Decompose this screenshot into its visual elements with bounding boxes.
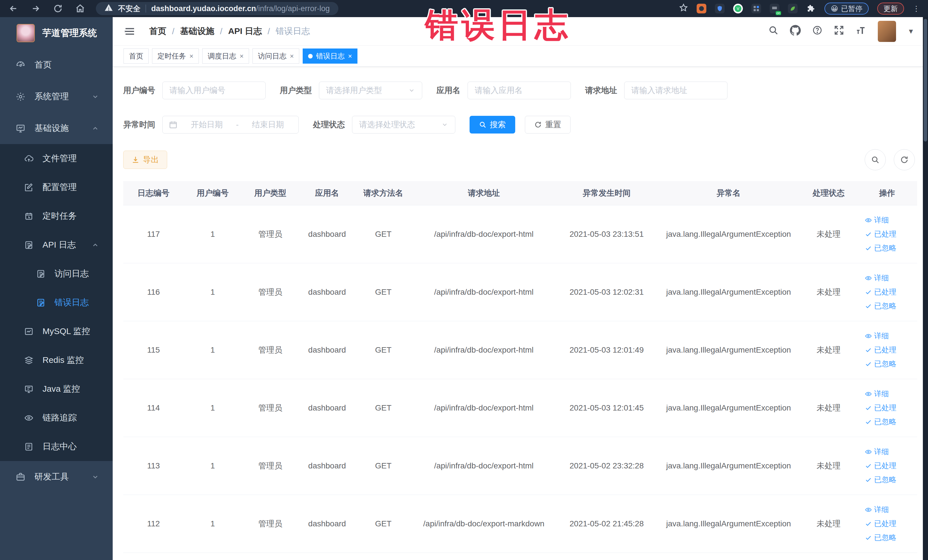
sidebar-item-home[interactable]: 首页 [0, 49, 113, 81]
profile-paused-pill[interactable]: 😀已暂停 [824, 3, 868, 15]
sidebar-item-access-log[interactable]: 访问日志 [0, 259, 113, 288]
update-button[interactable]: 更新 [877, 3, 904, 15]
sidebar-item-mysql-monitor[interactable]: MySQL 监控 [0, 317, 113, 346]
close-icon[interactable]: × [240, 52, 244, 60]
detail-link-label: 详细 [874, 331, 889, 341]
cell-user-id: 1 [184, 263, 242, 321]
sidebar-item-file-mgmt[interactable]: 文件管理 [0, 144, 113, 173]
github-icon[interactable] [790, 25, 801, 38]
back-icon[interactable] [9, 4, 18, 14]
mark-ignored-link[interactable]: 已忽略 [865, 533, 896, 543]
url-path[interactable]: /infra/log/api-error-log [256, 4, 330, 13]
breadcrumb-infra[interactable]: 基础设施 [180, 25, 214, 37]
breadcrumb-home[interactable]: 首页 [149, 25, 166, 37]
sidebar-item-tracing[interactable]: 链路追踪 [0, 403, 113, 432]
cell-exception-name: java.lang.IllegalArgumentException [657, 263, 800, 321]
sidebar-item-infra[interactable]: 基础设施 [0, 112, 113, 144]
app-logo-row[interactable]: 芋道管理系统 [0, 17, 113, 49]
mark-processed-link[interactable]: 已处理 [865, 461, 896, 471]
sidebar-item-error-log[interactable]: 错误日志 [0, 288, 113, 317]
cell-method: GET [355, 321, 411, 379]
forward-icon[interactable] [31, 4, 41, 14]
mark-ignored-link[interactable]: 已忽略 [865, 475, 896, 485]
date-range-picker[interactable]: 开始日期 - 结束日期 [162, 116, 299, 134]
home-icon[interactable] [75, 4, 85, 14]
browser-toolbar: 不安全 dashboard.yudao.iocoder.cn/infra/log… [0, 0, 928, 17]
close-icon[interactable]: × [290, 52, 294, 60]
search-icon [479, 121, 486, 128]
user-id-input[interactable] [162, 82, 266, 99]
scrollbar-thumb[interactable] [924, 19, 927, 142]
browser-menu-icon[interactable]: ⋮ [913, 4, 920, 13]
refresh-table-button[interactable] [894, 149, 915, 170]
extension-icon-on-badge[interactable]: on [770, 4, 779, 14]
mark-processed-link[interactable]: 已处理 [865, 229, 896, 239]
mark-ignored-link[interactable]: 已忽略 [865, 417, 896, 427]
sidebar-item-log-center[interactable]: 日志中心 [0, 432, 113, 461]
download-icon [131, 156, 139, 164]
detail-link[interactable]: 详细 [865, 215, 889, 225]
chevron-up-icon [92, 125, 99, 132]
user-type-select[interactable]: 请选择用户类型 [319, 82, 422, 99]
mark-ignored-link[interactable]: 已忽略 [865, 359, 896, 369]
not-secure-warning-icon[interactable] [104, 3, 113, 14]
detail-link[interactable]: 详细 [865, 331, 889, 341]
sidebar-item-system[interactable]: 系统管理 [0, 81, 113, 112]
tag-access-log[interactable]: 访问日志× [252, 49, 299, 64]
close-icon[interactable]: × [348, 52, 352, 60]
reset-button[interactable]: 重置 [525, 116, 571, 134]
detail-link[interactable]: 详细 [865, 273, 889, 283]
sidebar-item-api-log[interactable]: API 日志 [0, 230, 113, 259]
sidebar-item-dev-tools[interactable]: 研发工具 [0, 461, 113, 493]
address-bar[interactable]: 不安全 dashboard.yudao.iocoder.cn/infra/log… [96, 2, 338, 15]
cell-app-name: dashboard [299, 437, 355, 495]
sidebar-item-label: 日志中心 [43, 441, 77, 452]
toggle-search-button[interactable] [865, 149, 886, 170]
detail-link[interactable]: 详细 [865, 389, 889, 399]
sidebar-item-java-monitor[interactable]: Java 监控 [0, 375, 113, 403]
mark-processed-link[interactable]: 已处理 [865, 519, 896, 529]
extension-icon-leaf[interactable] [788, 4, 798, 14]
detail-link[interactable]: 详细 [865, 505, 889, 515]
mark-ignored-link[interactable]: 已忽略 [865, 243, 896, 253]
sidebar-item-config-mgmt[interactable]: 配置管理 [0, 173, 113, 202]
extensions-puzzle-icon[interactable] [806, 4, 816, 14]
avatar-caret-down-icon[interactable]: ▼ [907, 27, 914, 35]
breadcrumb-api-log[interactable]: API 日志 [228, 25, 262, 37]
fullscreen-icon[interactable] [834, 25, 844, 37]
page-scrollbar[interactable] [923, 17, 928, 560]
detail-link-label: 详细 [874, 447, 889, 457]
request-url-input[interactable] [624, 82, 728, 99]
detail-link-label: 详细 [874, 273, 889, 283]
url-domain[interactable]: dashboard.yudao.iocoder.cn [151, 4, 256, 13]
user-avatar[interactable] [878, 21, 896, 42]
app-name-input[interactable] [467, 82, 571, 99]
detail-link-label: 详细 [874, 389, 889, 399]
bookmark-star-icon[interactable] [679, 3, 688, 14]
extension-icon-orange[interactable] [697, 4, 706, 14]
cell-user-type: 管理员 [242, 379, 299, 437]
collapse-menu-icon[interactable] [124, 26, 136, 37]
font-size-icon[interactable] [856, 25, 866, 38]
detail-link[interactable]: 详细 [865, 447, 889, 457]
reload-icon[interactable] [53, 4, 63, 14]
extension-icon-green-v[interactable]: V [733, 4, 743, 14]
sidebar-item-redis-monitor[interactable]: Redis 监控 [0, 346, 113, 375]
mark-processed-link[interactable]: 已处理 [865, 287, 896, 297]
close-icon[interactable]: × [189, 52, 194, 60]
extension-icon-grid[interactable] [751, 4, 761, 14]
help-icon[interactable] [812, 25, 823, 37]
mark-ignored-link[interactable]: 已忽略 [865, 301, 896, 311]
extension-icon-shield[interactable] [715, 4, 725, 14]
sidebar-item-scheduled-jobs[interactable]: 定时任务 [0, 202, 113, 230]
mark-processed-link[interactable]: 已处理 [865, 345, 896, 355]
tag-home[interactable]: 首页 [124, 49, 149, 64]
tag-schedule-log[interactable]: 调度日志× [202, 49, 249, 64]
export-button[interactable]: 导出 [123, 151, 167, 169]
search-icon[interactable] [768, 25, 778, 37]
mark-processed-link[interactable]: 已处理 [865, 403, 896, 413]
tag-error-log[interactable]: 错误日志× [303, 49, 357, 64]
search-button[interactable]: 搜索 [470, 116, 515, 134]
process-status-select[interactable]: 请选择处理状态 [352, 116, 455, 134]
tag-scheduled-jobs[interactable]: 定时任务× [152, 49, 199, 64]
